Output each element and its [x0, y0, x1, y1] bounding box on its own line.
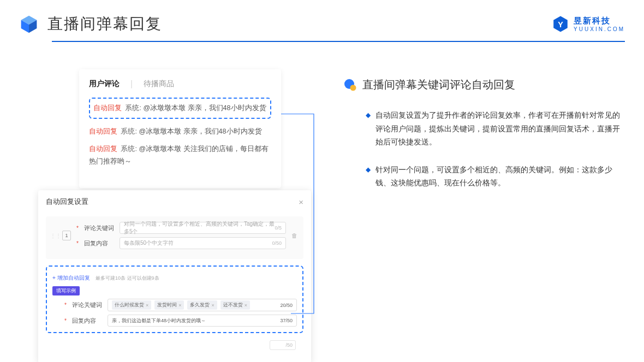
- example-block: + 增加自动回复 最多可建10条 还可以创建9条 填写示例 * 评论关键词 什么…: [46, 266, 303, 333]
- keyword-input[interactable]: 对同一个问题，可设置多个相近、高频的关键词，Tag确定，最多5个 0/5: [120, 222, 286, 234]
- drag-handle-icon[interactable]: ⋮⋮: [50, 233, 57, 239]
- ex-keyword-input[interactable]: 什么时候发货× 发货时间× 多久发货× 还不发货× 20/50: [108, 299, 297, 311]
- ex-content-label: 回复内容: [72, 317, 102, 325]
- add-hint: 最多可建10条 还可以创建9条: [96, 275, 159, 281]
- comment-row: 自动回复 系统: @冰墩墩本墩 关注我们的店铺，每日都有热门推荐哟～: [89, 143, 271, 167]
- content-label: 回复内容: [84, 239, 114, 248]
- cube-icon: [19, 14, 39, 34]
- ex-content-input[interactable]: 亲，我们这边都是下单48小时内发货的哦～ 37/50: [108, 315, 297, 327]
- comment-row: 自动回复 系统: @冰墩墩本墩 亲亲，我们48小时内发货: [89, 125, 271, 138]
- settings-title: 自动回复设置: [46, 197, 88, 207]
- svg-point-6: [350, 85, 356, 90]
- auto-reply-settings-panel: 自动回复设置 × ⋮⋮ 1 * 评论关键词 对同一个问题，可设置多个相近、高频的…: [38, 190, 311, 362]
- svg-text:Y: Y: [558, 20, 563, 29]
- highlight-comment: 自动回复 系统: @冰墩墩本墩 亲亲，我们48小时内发货: [89, 98, 271, 119]
- sequence-number: 1: [62, 231, 71, 240]
- ex-keyword-label: 评论关键词: [72, 301, 102, 309]
- tab-pending-products[interactable]: 待播商品: [144, 79, 174, 89]
- content-input[interactable]: 每条限50个中文字符 0/50: [120, 237, 286, 249]
- tag: 什么时候发货×: [112, 300, 151, 310]
- bullet-item: 针对同一个问题，可设置多个相近的、高频的关键词。例如：这款多少钱、这块能优惠吗、…: [366, 163, 625, 190]
- example-badge: 填写示例: [52, 286, 80, 295]
- chat-bubble-icon: [344, 79, 357, 92]
- tag: 多久发货×: [187, 300, 217, 310]
- comments-panel: 用户评论 | 待播商品 自动回复 系统: @冰墩墩本墩 亲亲，我们48小时内发货…: [79, 69, 281, 188]
- tab-user-comments[interactable]: 用户评论: [89, 79, 120, 89]
- keyword-label: 评论关键词: [84, 224, 114, 232]
- brand-logo-block: Y 昱新科技 YUUXIN.COM: [552, 15, 625, 33]
- add-auto-reply-link[interactable]: + 增加自动回复: [52, 275, 90, 281]
- brand-en: YUUXIN.COM: [574, 26, 625, 32]
- bullet-item: 自动回复设置为了提升作者的评论回复效率，作者可在开播前针对常见的评论用户问题，提…: [366, 108, 625, 149]
- sub-title: 直播间弹幕关键词评论自动回复: [362, 77, 515, 92]
- close-icon[interactable]: ×: [299, 197, 303, 207]
- ghost-count: /50: [270, 340, 296, 350]
- brand-cn: 昱新科技: [574, 16, 625, 26]
- tag: 还不发货×: [220, 300, 250, 310]
- page-title: 直播间弹幕回复: [47, 14, 162, 34]
- brand-hex-icon: Y: [552, 15, 569, 33]
- tag: 发货时间×: [154, 300, 184, 310]
- trash-icon[interactable]: 🗑: [291, 232, 298, 239]
